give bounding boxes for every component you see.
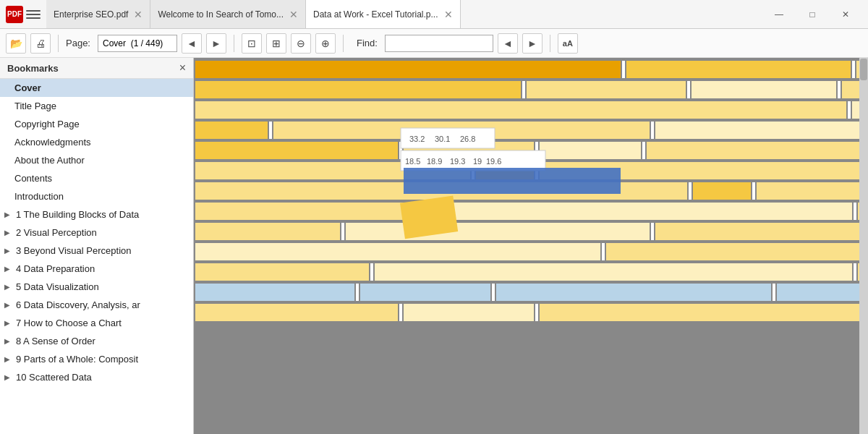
bookmark-label-ch1: 1 The Building Blocks of Data [16,209,139,220]
bookmark-item-ch10[interactable]: ▶ 10 Scattered Data [0,368,193,386]
bookmark-item-ch5[interactable]: ▶ 5 Data Visualization [0,278,193,296]
next-page-button[interactable]: ► [206,33,226,54]
bookmark-item-ch1[interactable]: ▶ 1 The Building Blocks of Data [0,205,193,224]
zoom-out-button[interactable]: ⊖ [291,33,311,54]
tab-close-data-at-work[interactable]: ✕ [444,9,453,20]
svg-text:19: 19 [473,157,482,166]
svg-rect-60 [773,284,775,301]
svg-rect-58 [492,284,495,301]
svg-rect-2 [626,61,851,78]
svg-rect-62 [195,304,398,321]
bookmark-item-ch8[interactable]: ▶ 8 A Sense of Order [0,332,193,350]
tabs-bar: Enterprise SEO.pdf ✕ Welcome to In Searc… [46,0,760,28]
bookmark-arrow-ch1: ▶ [4,210,14,218]
bookmark-item-ch6[interactable]: ▶ 6 Data Discovery, Analysis, ar [0,296,193,314]
svg-rect-33 [689,182,692,200]
page-label: Page: [66,38,90,48]
pdf-content: 33.2 30.1 26.8 18.5 18.9 19.3 19 19.6 [194,58,859,434]
scrollbar[interactable] [859,58,868,434]
svg-rect-20 [195,142,398,159]
svg-rect-57 [360,284,490,301]
find-prev-button[interactable]: ◄ [498,33,518,54]
svg-rect-11 [842,81,859,98]
hamburger-menu-icon[interactable] [26,7,41,22]
svg-rect-78 [194,301,859,302]
svg-rect-19 [655,122,859,139]
svg-rect-10 [838,81,841,98]
svg-rect-7 [527,81,686,98]
app-icon: PDF [6,6,23,23]
fit-page-button[interactable]: ⊡ [242,33,262,54]
toolbar-divider-1 [58,35,59,52]
svg-rect-26 [647,142,859,159]
tab-welcome[interactable]: Welcome to In Search of Tomo... ✕ [150,0,306,28]
svg-rect-89 [404,168,621,194]
svg-rect-67 [194,78,859,80]
find-input[interactable] [385,35,493,52]
svg-rect-68 [194,98,859,100]
svg-rect-50 [195,263,369,281]
bookmark-item-ch4[interactable]: ▶ 4 Data Preparation [0,260,193,278]
bookmark-label-ch4: 4 Data Preparation [16,263,95,274]
svg-rect-25 [642,142,645,159]
tab-close-welcome[interactable]: ✕ [289,9,298,20]
tab-data-at-work[interactable]: Data at Work - Excel Tutorial.p... ✕ [306,0,461,28]
svg-rect-24 [540,142,641,159]
minimize-button[interactable]: — [762,0,796,29]
bookmark-item-copyright-page[interactable]: Copyright Page [0,115,193,133]
open-button[interactable]: 📂 [6,33,26,54]
bookmarks-title: Bookmarks [7,63,59,74]
bookmark-arrow-ch2: ▶ [4,229,14,237]
bookmark-item-ch3[interactable]: ▶ 3 Beyond Visual Perception [0,242,193,260]
bookmark-arrow-ch3: ▶ [4,247,14,255]
maximize-button[interactable]: □ [796,0,829,29]
bookmark-item-ch9[interactable]: ▶ 9 Parts of a Whole: Composit [0,350,193,368]
bookmark-item-acknowledgments[interactable]: Acknowledgments [0,133,193,151]
bookmark-item-about-the-author[interactable]: About the Author [0,151,193,169]
bookmark-arrow-ch5: ▶ [4,283,14,291]
svg-text:26.8: 26.8 [460,135,475,143]
font-button[interactable]: aA [558,33,578,54]
svg-rect-51 [370,263,373,281]
bookmark-label-introduction: Introduction [14,191,64,202]
prev-page-button[interactable]: ◄ [182,33,202,54]
svg-text:30.1: 30.1 [435,135,450,143]
page-input[interactable] [98,35,177,52]
tab-close-enterprise-seo[interactable]: ✕ [134,9,142,20]
toolbar-divider-3 [343,35,344,52]
svg-rect-14 [852,101,859,119]
fit-width-button[interactable]: ⊞ [266,33,286,54]
bookmark-item-contents[interactable]: Contents [0,169,193,187]
svg-rect-12 [195,101,846,119]
bookmark-item-ch2[interactable]: ▶ 2 Visual Perception [0,224,193,242]
bookmark-label-about-the-author: About the Author [14,155,85,166]
bookmarks-close-button[interactable]: × [179,62,186,74]
bookmark-label-copyright-page: Copyright Page [14,119,80,129]
close-button[interactable]: ✕ [829,0,862,29]
svg-rect-48 [602,243,605,260]
bookmark-item-introduction[interactable]: Introduction [0,187,193,205]
bookmark-item-cover[interactable]: Cover [0,79,193,97]
svg-rect-76 [194,260,859,262]
svg-rect-16 [269,122,272,139]
bookmarks-panel: Bookmarks × Cover Title Page Copyright P… [0,58,194,434]
bookmark-item-ch7[interactable]: ▶ 7 How to Choose a Chart [0,314,193,332]
bookmark-label-ch2: 2 Visual Perception [16,227,97,238]
bookmark-label-contents: Contents [14,173,52,184]
svg-rect-43 [341,223,344,240]
svg-rect-44 [346,223,650,240]
scrollbar-thumb[interactable] [860,59,867,80]
bookmark-label-ch8: 8 A Sense of Order [16,336,95,346]
svg-rect-0 [195,61,621,78]
zoom-in-button[interactable]: ⊕ [315,33,336,54]
find-next-button[interactable]: ► [522,33,542,54]
svg-text:18.9: 18.9 [427,157,442,166]
bookmark-label-ch5: 5 Data Visualization [16,281,99,292]
bookmark-item-title-page[interactable]: Title Page [0,97,193,115]
print-button[interactable]: 🖨 [30,33,51,54]
svg-rect-55 [195,284,354,301]
find-label: Find: [357,38,378,48]
tab-enterprise-seo[interactable]: Enterprise SEO.pdf ✕ [46,0,150,28]
chart-svg: 33.2 30.1 26.8 18.5 18.9 19.3 19 19.6 [194,58,859,434]
svg-rect-70 [194,139,859,140]
